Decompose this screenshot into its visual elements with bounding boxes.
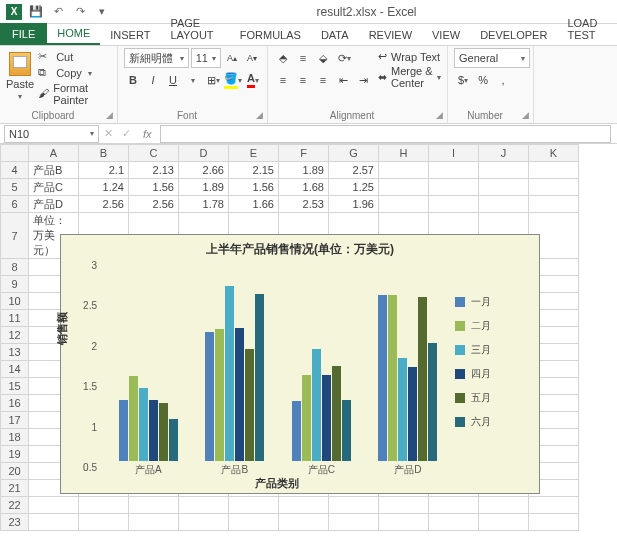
cell-J23[interactable] [479,514,529,531]
align-left-button[interactable]: ≡ [274,70,292,90]
column-header-C[interactable]: C [129,145,179,162]
column-header-E[interactable]: E [229,145,279,162]
cell-G4[interactable]: 2.57 [329,162,379,179]
row-header-4[interactable]: 4 [1,162,29,179]
cell-E22[interactable] [229,497,279,514]
cell-H22[interactable] [379,497,429,514]
cell-D22[interactable] [179,497,229,514]
column-header-H[interactable]: H [379,145,429,162]
cell-B22[interactable] [79,497,129,514]
row-header-8[interactable]: 8 [1,259,29,276]
alignment-dialog-launcher[interactable]: ◢ [436,110,443,120]
row-header-19[interactable]: 19 [1,446,29,463]
row-header-14[interactable]: 14 [1,361,29,378]
border-button[interactable]: ⊞▾ [204,70,222,90]
cell-J5[interactable] [479,179,529,196]
orientation-button[interactable]: ⟳▾ [334,48,355,68]
format-painter-button[interactable]: 🖌Format Painter [38,82,111,106]
cell-J6[interactable] [479,196,529,213]
font-size-combo[interactable]: 11▾ [191,48,221,68]
cell-H23[interactable] [379,514,429,531]
enter-formula-button[interactable]: ✓ [117,124,135,144]
tab-developer[interactable]: DEVELOPER [470,25,557,45]
undo-button[interactable]: ↶ [50,4,66,20]
cell-F6[interactable]: 2.53 [279,196,329,213]
qat-more-button[interactable]: ▾ [94,4,110,20]
cell-E23[interactable] [229,514,279,531]
cell-I23[interactable] [429,514,479,531]
cell-K22[interactable] [529,497,579,514]
column-header-B[interactable]: B [79,145,129,162]
cell-B5[interactable]: 1.24 [79,179,129,196]
column-header-K[interactable]: K [529,145,579,162]
column-header-I[interactable]: I [429,145,479,162]
row-header-21[interactable]: 21 [1,480,29,497]
cell-H6[interactable] [379,196,429,213]
tab-file[interactable]: FILE [0,23,47,45]
worksheet[interactable]: ABCDEFGHIJK4产品B2.12.132.662.151.892.575产… [0,144,617,531]
font-color-button[interactable]: A▾ [244,70,262,90]
row-header-10[interactable]: 10 [1,293,29,310]
bold-button[interactable]: B [124,70,142,90]
wrap-text-button[interactable]: ↩Wrap Text [378,50,441,63]
cut-button[interactable]: ✂Cut [38,50,111,64]
underline-button[interactable]: U [164,70,182,90]
cell-F23[interactable] [279,514,329,531]
column-header-A[interactable]: A [29,145,79,162]
cell-D4[interactable]: 2.66 [179,162,229,179]
align-center-button[interactable]: ≡ [294,70,312,90]
underline-dropdown[interactable]: ▾ [184,70,202,90]
cell-J4[interactable] [479,162,529,179]
redo-button[interactable]: ↷ [72,4,88,20]
accounting-format-button[interactable]: $▾ [454,70,472,90]
font-dialog-launcher[interactable]: ◢ [256,110,263,120]
cell-K5[interactable] [529,179,579,196]
align-middle-button[interactable]: ≡ [294,48,312,68]
cancel-formula-button[interactable]: ✕ [99,124,117,144]
tab-data[interactable]: DATA [311,25,359,45]
comma-format-button[interactable]: , [494,70,512,90]
formula-bar[interactable] [160,125,611,143]
embedded-chart[interactable]: 上半年产品销售情况(单位：万美元) 销售额 0.511.522.53 产品类别 … [60,234,540,494]
cell-J22[interactable] [479,497,529,514]
cell-I5[interactable] [429,179,479,196]
tab-formulas[interactable]: FORMULAS [230,25,311,45]
cell-C23[interactable] [129,514,179,531]
cell-G6[interactable]: 1.96 [329,196,379,213]
cell-B4[interactable]: 2.1 [79,162,129,179]
column-header-F[interactable]: F [279,145,329,162]
cell-E5[interactable]: 1.56 [229,179,279,196]
percent-format-button[interactable]: % [474,70,492,90]
cell-E4[interactable]: 2.15 [229,162,279,179]
row-header-11[interactable]: 11 [1,310,29,327]
row-header-18[interactable]: 18 [1,429,29,446]
name-box[interactable]: N10▾ [4,125,99,143]
align-right-button[interactable]: ≡ [314,70,332,90]
cell-K23[interactable] [529,514,579,531]
row-header-6[interactable]: 6 [1,196,29,213]
fx-icon[interactable]: fx [143,128,152,140]
cell-I6[interactable] [429,196,479,213]
cell-K4[interactable] [529,162,579,179]
cell-F4[interactable]: 1.89 [279,162,329,179]
column-header-J[interactable]: J [479,145,529,162]
cell-C6[interactable]: 2.56 [129,196,179,213]
cell-A4[interactable]: 产品B [29,162,79,179]
row-header-13[interactable]: 13 [1,344,29,361]
row-header-7[interactable]: 7 [1,213,29,259]
cell-H5[interactable] [379,179,429,196]
cell-C5[interactable]: 1.56 [129,179,179,196]
row-header-12[interactable]: 12 [1,327,29,344]
tab-page-layout[interactable]: PAGE LAYOUT [160,13,229,45]
decrease-font-button[interactable]: A▾ [243,48,261,68]
merge-center-button[interactable]: ⬌Merge & Center▾ [378,65,441,89]
number-dialog-launcher[interactable]: ◢ [522,110,529,120]
cell-A22[interactable] [29,497,79,514]
tab-view[interactable]: VIEW [422,25,470,45]
cell-D6[interactable]: 1.78 [179,196,229,213]
cell-C22[interactable] [129,497,179,514]
cell-A23[interactable] [29,514,79,531]
cell-F22[interactable] [279,497,329,514]
cell-B23[interactable] [79,514,129,531]
copy-button[interactable]: ⧉Copy▾ [38,66,111,80]
